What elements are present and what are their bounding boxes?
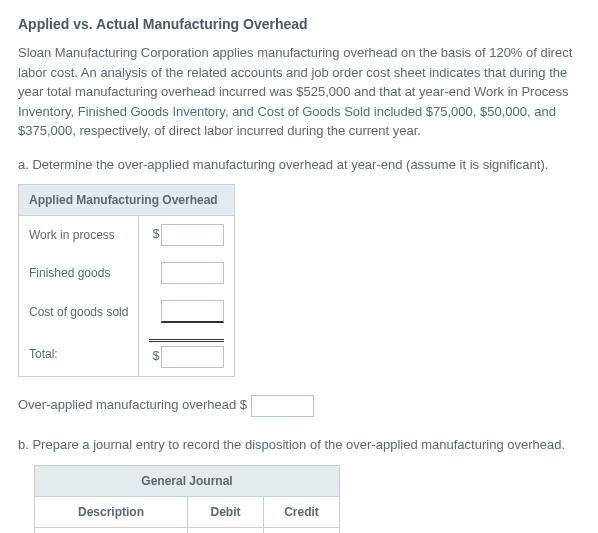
amo-header: Applied Manufacturing Overhead xyxy=(19,185,235,216)
amo-row-label: Total: xyxy=(19,331,139,377)
general-journal-table: General Journal Description Debit Credit xyxy=(34,465,340,534)
gj-col-description: Description xyxy=(35,496,188,527)
gj-col-debit: Debit xyxy=(188,496,264,527)
dollar-sign: $ xyxy=(149,347,159,365)
cogs-amount-input[interactable] xyxy=(161,300,224,323)
gj-col-credit: Credit xyxy=(264,496,340,527)
question-a: a. Determine the over-applied manufactur… xyxy=(18,155,580,175)
gj-title: General Journal xyxy=(35,465,340,496)
amo-row-label: Cost of goods sold xyxy=(19,292,139,331)
amo-row-label: Work in process xyxy=(19,216,139,255)
dollar-sign: $ xyxy=(149,225,159,243)
overapplied-label: Over-applied manufacturing overhead $ xyxy=(18,397,247,412)
overapplied-amount-input[interactable] xyxy=(251,395,314,417)
amo-row-label: Finished goods xyxy=(19,254,139,292)
applied-overhead-table: Applied Manufacturing Overhead Work in p… xyxy=(18,184,235,377)
intro-text: Sloan Manufacturing Corporation applies … xyxy=(18,43,580,141)
total-amount-input[interactable] xyxy=(161,346,224,368)
fg-amount-input[interactable] xyxy=(161,262,224,284)
question-b: b. Prepare a journal entry to record the… xyxy=(18,435,580,455)
page-title: Applied vs. Actual Manufacturing Overhea… xyxy=(18,14,580,35)
wip-amount-input[interactable] xyxy=(161,224,224,246)
